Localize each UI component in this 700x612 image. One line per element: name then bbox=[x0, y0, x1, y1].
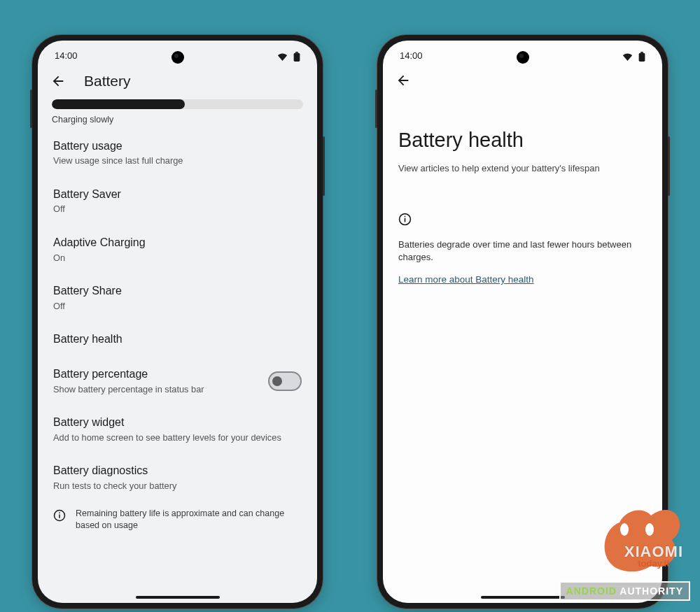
info-text: Batteries degrade over time and last few… bbox=[398, 239, 647, 265]
item-adaptive-charging[interactable]: Adaptive Charging On bbox=[52, 225, 303, 273]
item-subtitle: View usage since last full charge bbox=[53, 155, 302, 167]
item-subtitle: Run tests to check your battery bbox=[53, 481, 302, 492]
battery-level-bar: Charging slowly bbox=[52, 99, 303, 124]
footer-disclaimer: Remaining battery life is approximate an… bbox=[52, 502, 303, 532]
item-subtitle: Add to home screen to see battery levels… bbox=[53, 432, 302, 444]
item-battery-widget[interactable]: Battery widget Add to home screen to see… bbox=[52, 405, 303, 453]
item-title: Battery usage bbox=[53, 138, 302, 154]
wifi-icon bbox=[622, 52, 633, 61]
page-title: Battery health bbox=[398, 129, 647, 152]
item-subtitle: Show battery percentage in status bar bbox=[53, 384, 260, 396]
item-battery-usage[interactable]: Battery usage View usage since last full… bbox=[52, 129, 303, 177]
item-title: Battery widget bbox=[53, 415, 302, 430]
status-icons bbox=[620, 50, 645, 62]
status-time: 14:00 bbox=[55, 50, 78, 61]
page-header: Battery health View articles to help ext… bbox=[383, 95, 662, 182]
svg-rect-6 bbox=[640, 52, 643, 53]
battery-icon bbox=[293, 52, 300, 62]
camera-hole-icon bbox=[172, 51, 184, 64]
watermark-authority: AUTHORITY bbox=[620, 585, 683, 597]
info-icon bbox=[398, 213, 412, 226]
app-bar bbox=[383, 66, 662, 95]
back-arrow-icon[interactable] bbox=[50, 73, 66, 89]
wifi-icon bbox=[277, 52, 288, 61]
screen-battery-settings: 14:00 Battery Charging slowly Battery us… bbox=[38, 41, 317, 603]
item-battery-saver[interactable]: Battery Saver Off bbox=[52, 177, 303, 225]
item-battery-share[interactable]: Battery Share Off bbox=[52, 273, 303, 322]
item-title: Battery Saver bbox=[53, 187, 302, 202]
item-subtitle: Off bbox=[53, 301, 302, 313]
item-title: Battery diagnostics bbox=[53, 463, 302, 478]
svg-rect-8 bbox=[405, 218, 406, 222]
info-section: Batteries degrade over time and last few… bbox=[383, 182, 662, 286]
svg-rect-1 bbox=[295, 52, 298, 53]
charging-status-text: Charging slowly bbox=[52, 115, 303, 124]
watermark-android: ANDROID bbox=[566, 585, 617, 597]
battery-icon bbox=[638, 52, 645, 62]
svg-point-10 bbox=[620, 523, 629, 536]
app-bar: Battery bbox=[38, 66, 317, 97]
android-authority-watermark: ANDROID AUTHORITY bbox=[559, 581, 690, 601]
info-icon bbox=[53, 509, 66, 522]
svg-rect-0 bbox=[294, 52, 300, 61]
svg-rect-3 bbox=[59, 514, 60, 518]
home-indicator[interactable] bbox=[136, 596, 220, 599]
svg-rect-4 bbox=[59, 512, 60, 513]
svg-rect-9 bbox=[405, 215, 406, 217]
footer-text: Remaining battery life is approximate an… bbox=[76, 508, 302, 532]
phone-frame-left: 14:00 Battery Charging slowly Battery us… bbox=[32, 35, 323, 609]
item-battery-health[interactable]: Battery health bbox=[52, 322, 303, 357]
page-subtitle: View articles to help extend your batter… bbox=[398, 163, 647, 173]
status-time: 14:00 bbox=[400, 50, 423, 61]
item-title: Battery percentage bbox=[53, 367, 260, 382]
page-title: Battery bbox=[84, 73, 131, 90]
back-arrow-icon[interactable] bbox=[396, 73, 411, 88]
camera-hole-icon bbox=[517, 51, 529, 64]
item-subtitle: Off bbox=[53, 204, 302, 215]
toggle-battery-percentage[interactable] bbox=[268, 371, 302, 391]
item-title: Battery health bbox=[53, 332, 302, 347]
home-indicator[interactable] bbox=[481, 596, 565, 599]
svg-point-11 bbox=[645, 523, 654, 536]
svg-rect-5 bbox=[639, 52, 645, 61]
status-icons bbox=[274, 50, 300, 62]
item-title: Adaptive Charging bbox=[53, 235, 302, 250]
learn-more-link[interactable]: Learn more about Battery health bbox=[398, 274, 534, 285]
item-battery-percentage[interactable]: Battery percentage Show battery percenta… bbox=[52, 357, 303, 405]
item-title: Battery Share bbox=[53, 283, 302, 299]
item-battery-diagnostics[interactable]: Battery diagnostics Run tests to check y… bbox=[52, 453, 303, 501]
item-subtitle: On bbox=[53, 252, 302, 264]
xiaomi-watermark: XIAOMI today.it bbox=[624, 543, 683, 569]
